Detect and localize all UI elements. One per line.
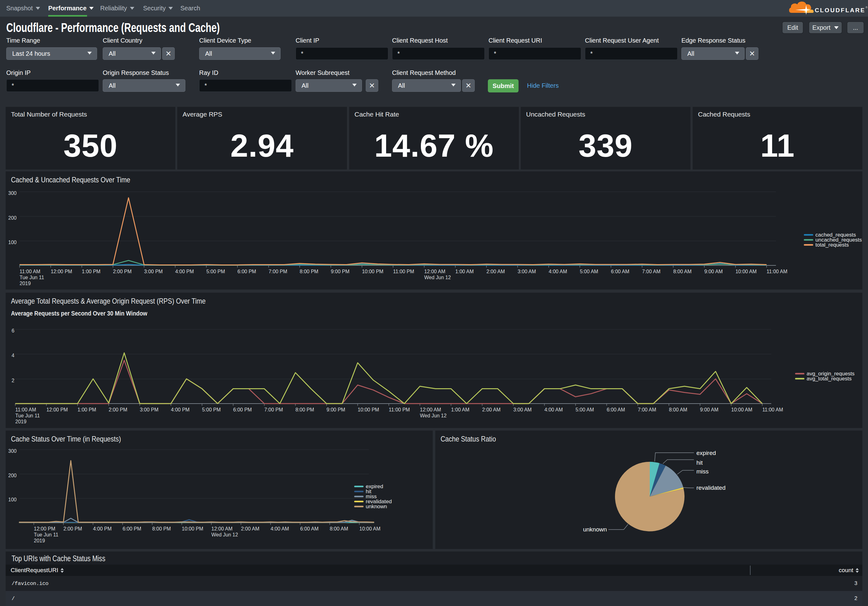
svg-text:®: ® — [865, 6, 868, 9]
svg-text:CLOUDFLARE: CLOUDFLARE — [815, 7, 865, 14]
